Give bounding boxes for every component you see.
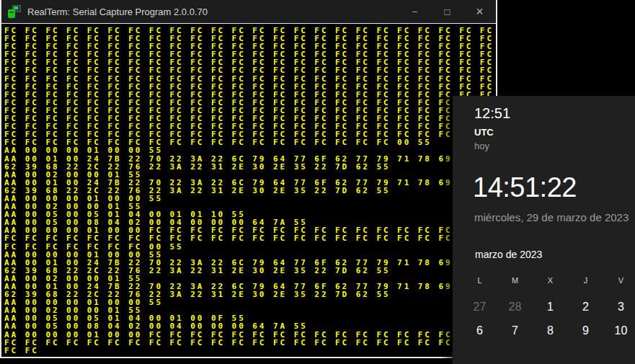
- calendar-day-cell[interactable]: 6: [462, 319, 497, 342]
- calendar-month-title[interactable]: marzo de 2023: [475, 249, 542, 260]
- weekday-header: M: [497, 276, 533, 285]
- calendar-day-cell[interactable]: 9: [568, 319, 603, 342]
- window-title: RealTerm: Serial Capture Program 2.0.0.7…: [27, 6, 208, 17]
- flyout-edge-shadow: [441, 96, 453, 364]
- calendar-day-cell[interactable]: 8: [533, 319, 568, 342]
- calendar-weekday-row: LMXJV: [462, 276, 635, 285]
- calendar-day-grid: 2728123678910: [462, 295, 635, 342]
- secondary-clock-zone: UTC: [474, 127, 494, 138]
- terminal-line: FC FC FC FC FC FC FC FC FC FC FC FC FC F…: [4, 339, 496, 347]
- secondary-clock-time: 12:51: [474, 105, 510, 122]
- calendar-day-cell[interactable]: 2: [568, 295, 603, 319]
- terminal-line: AA 00 05 00 08 04 02 00 04 00 00 00 64 7…: [4, 322, 496, 330]
- titlebar[interactable]: RealTerm: Serial Capture Program 2.0.0.7…: [1, 0, 496, 24]
- terminal-line: FC FC: [4, 347, 496, 355]
- terminal-line: FC FC FC FC FC FC FC FC FC FC FC FC FC F…: [4, 75, 496, 83]
- primary-clock-time: 14:51:22: [473, 172, 577, 203]
- terminal-line: FC FC FC FC FC FC FC 00 55: [4, 243, 496, 251]
- calendar-day-cell[interactable]: 7: [497, 319, 533, 342]
- terminal-line: FC FC FC FC FC FC FC FC FC FC FC FC FC F…: [4, 234, 496, 242]
- terminal-line: AA 00 00 00 01 00 00 FC FC FC FC FC FC F…: [4, 331, 496, 339]
- close-button[interactable]: ×: [463, 0, 496, 23]
- clock-flyout: 12:51 UTC hoy 14:51:22 miércoles, 29 de …: [453, 96, 635, 364]
- realterm-window: RealTerm: Serial Capture Program 2.0.0.7…: [0, 0, 497, 358]
- calendar-day-cell[interactable]: 3: [603, 295, 635, 319]
- realterm-app-icon: [8, 5, 21, 18]
- calendar-day-cell[interactable]: 28: [497, 295, 533, 319]
- full-date-link[interactable]: miércoles, 29 de marzo de 2023: [474, 211, 629, 223]
- terminal-screen[interactable]: FC FC FC FC FC FC FC FC FC FC FC FC FC F…: [1, 24, 496, 357]
- terminal-line: AA 00 01 00 24 7B 22 70 22 3A 22 6C 79 6…: [4, 155, 496, 163]
- minimize-button[interactable]: −: [399, 0, 431, 23]
- weekday-header: J: [568, 276, 603, 285]
- weekday-header: V: [603, 276, 635, 285]
- calendar-day-cell[interactable]: 27: [462, 295, 497, 319]
- weekday-header: L: [462, 276, 497, 285]
- weekday-header: X: [533, 276, 568, 285]
- maximize-button[interactable]: □: [431, 0, 463, 23]
- secondary-clock-label: hoy: [474, 141, 489, 151]
- terminal-line: AA 00 00 00 01 00 00 55: [4, 146, 496, 154]
- calendar-day-cell[interactable]: 1: [533, 295, 568, 319]
- calendar-day-cell[interactable]: 10: [603, 319, 635, 342]
- terminal-line: FC FC FC FC FC FC FC FC FC FC FC FC FC F…: [4, 66, 496, 74]
- desktop: { "window": { "title": "RealTerm: Serial…: [0, 0, 635, 364]
